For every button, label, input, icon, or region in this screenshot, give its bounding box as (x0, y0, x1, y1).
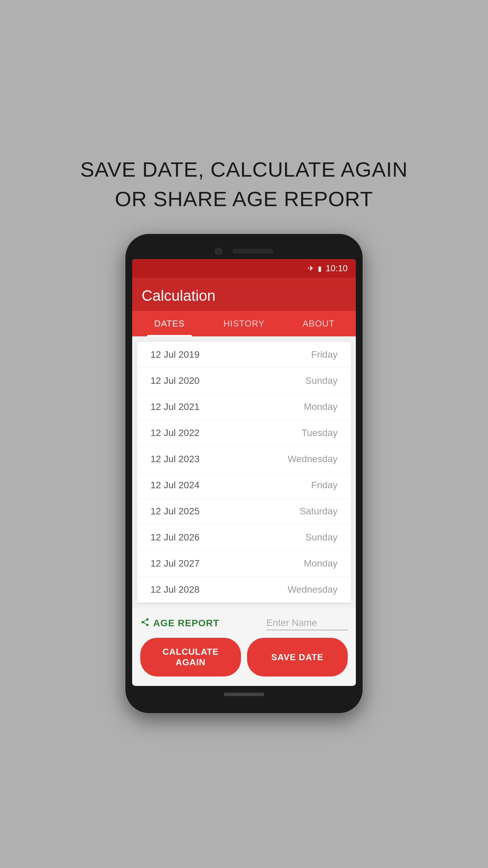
table-row: 12 Jul 2025 Saturday (137, 498, 351, 525)
phone-top (132, 248, 356, 255)
date-value: 12 Jul 2024 (150, 480, 200, 491)
day-value: Sunday (305, 375, 338, 386)
day-value: Friday (311, 480, 338, 491)
headline-line2: OR SHARE AGE REPORT (80, 184, 408, 214)
table-row: 12 Jul 2027 Monday (137, 551, 351, 577)
phone-camera (215, 248, 222, 255)
date-value: 12 Jul 2022 (150, 428, 200, 438)
table-row: 12 Jul 2023 Wednesday (137, 446, 351, 472)
day-value: Friday (311, 349, 338, 360)
date-value: 12 Jul 2021 (150, 401, 200, 412)
battery-icon: ▮ (318, 264, 322, 273)
table-row: 12 Jul 2024 Friday (137, 472, 351, 498)
bottom-row1: AGE REPORT (140, 616, 348, 630)
age-report-label: AGE REPORT (153, 618, 219, 629)
date-value: 12 Jul 2026 (150, 532, 200, 543)
table-row: 12 Jul 2019 Friday (137, 342, 351, 368)
day-value: Sunday (305, 532, 338, 543)
phone-home-bar (224, 693, 264, 696)
date-value: 12 Jul 2027 (150, 558, 200, 569)
date-value: 12 Jul 2025 (150, 506, 200, 517)
day-value: Monday (304, 401, 338, 412)
tab-dates[interactable]: DATES (132, 311, 207, 336)
status-bar: ✈ ▮ 10:10 (132, 259, 356, 278)
tab-bar: DATES HISTORY ABOUT (132, 311, 356, 336)
headline: SAVE DATE, CALCULATE AGAIN OR SHARE AGE … (80, 155, 408, 214)
table-row: 12 Jul 2022 Tuesday (137, 420, 351, 446)
airplane-icon: ✈ (308, 264, 314, 273)
date-value: 12 Jul 2020 (150, 375, 200, 386)
app-header: Calculation (132, 278, 356, 311)
save-date-button[interactable]: SAVE DATE (247, 638, 348, 676)
day-value: Saturday (300, 506, 338, 517)
share-icon (140, 617, 150, 629)
headline-line1: SAVE DATE, CALCULATE AGAIN (80, 155, 408, 184)
table-row: 12 Jul 2021 Monday (137, 394, 351, 420)
phone-speaker (232, 249, 273, 254)
phone-bottom (132, 693, 356, 696)
day-value: Wednesday (288, 584, 338, 595)
date-value: 12 Jul 2028 (150, 584, 200, 595)
day-value: Tuesday (302, 428, 338, 438)
table-row: 12 Jul 2020 Sunday (137, 368, 351, 394)
name-input[interactable] (266, 616, 348, 630)
age-report-button[interactable]: AGE REPORT (140, 617, 219, 629)
app-title: Calculation (142, 287, 346, 304)
date-value: 12 Jul 2023 (150, 454, 200, 465)
table-row: 12 Jul 2028 Wednesday (137, 577, 351, 603)
bottom-row2: CALCULATE AGAIN SAVE DATE (140, 638, 348, 676)
phone-screen: ✈ ▮ 10:10 Calculation DATES HISTORY ABOU… (132, 259, 356, 686)
day-value: Wednesday (288, 454, 338, 465)
date-value: 12 Jul 2019 (150, 349, 200, 360)
status-bar-icons: ✈ ▮ 10:10 (308, 263, 348, 274)
calculate-again-button[interactable]: CALCULATE AGAIN (140, 638, 241, 676)
phone-shell: ✈ ▮ 10:10 Calculation DATES HISTORY ABOU… (125, 234, 363, 713)
bottom-area: AGE REPORT CALCULATE AGAIN SAVE DATE (132, 608, 356, 686)
dates-container: 12 Jul 2019 Friday 12 Jul 2020 Sunday 12… (137, 342, 351, 603)
status-time: 10:10 (326, 263, 348, 274)
tab-history[interactable]: HISTORY (207, 311, 281, 336)
table-row: 12 Jul 2026 Sunday (137, 525, 351, 551)
page-wrapper: SAVE DATE, CALCULATE AGAIN OR SHARE AGE … (0, 0, 488, 868)
tab-about[interactable]: ABOUT (281, 311, 356, 336)
day-value: Monday (304, 558, 338, 569)
